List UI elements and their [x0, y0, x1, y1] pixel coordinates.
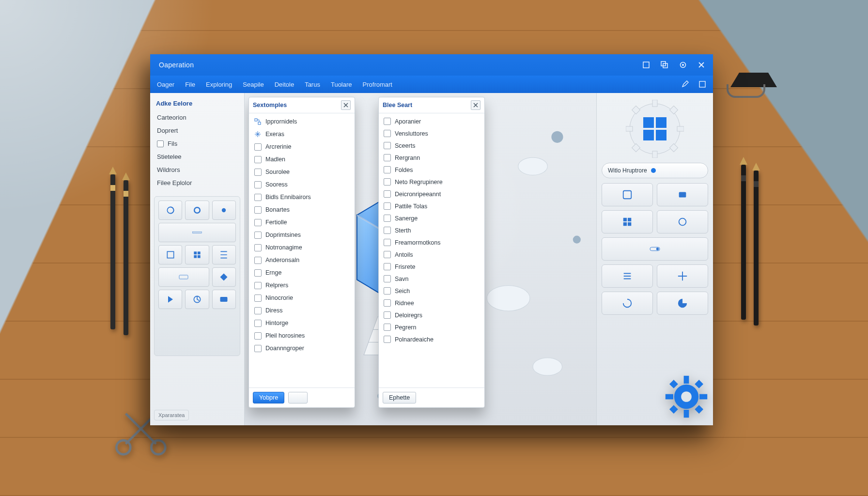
tool-tile[interactable]	[158, 245, 182, 264]
tool-tile[interactable]	[212, 267, 236, 287]
list-item[interactable]: Sterth	[381, 224, 482, 236]
tool-tile[interactable]	[185, 201, 209, 220]
chip-tile[interactable]	[657, 264, 708, 288]
list-item[interactable]: Neto Regrupinere	[381, 176, 482, 188]
titlebar[interactable]: Oaperation	[150, 54, 713, 76]
list-item[interactable]: Doannngroper	[251, 342, 353, 355]
menu-item[interactable]: File	[185, 81, 195, 88]
list-item[interactable]: Seich	[381, 285, 482, 297]
list-item[interactable]: Vensluttores	[381, 127, 482, 140]
sidebar-item[interactable]: Wildrors	[154, 164, 240, 175]
list-item[interactable]: Sooress	[251, 178, 353, 191]
list-item[interactable]: Hintorge	[251, 317, 353, 329]
list-item[interactable]: Pattile Tolas	[381, 200, 482, 212]
list-item[interactable]: Sanerge	[381, 212, 482, 224]
list-item[interactable]: Frisrete	[381, 261, 482, 273]
tool-tile[interactable]	[158, 267, 209, 287]
panel-primary-button[interactable]: Ephette	[383, 392, 416, 403]
menu-item[interactable]: Oager	[157, 81, 174, 88]
tool-tile[interactable]	[212, 290, 236, 309]
checkbox-icon[interactable]	[384, 336, 391, 343]
list-item[interactable]: Notrronagime	[251, 241, 353, 254]
chip-tile[interactable]	[602, 264, 653, 288]
tool-tile[interactable]	[158, 290, 182, 309]
list-item[interactable]: Savn	[381, 273, 482, 285]
list-item[interactable]: Bonartes	[251, 203, 353, 216]
panel-primary-button[interactable]: Yobpre	[253, 392, 284, 403]
chip-tile[interactable]	[657, 183, 708, 206]
edit-icon[interactable]	[681, 80, 689, 88]
checkbox-icon[interactable]	[384, 251, 391, 258]
chip-tile[interactable]	[602, 292, 653, 315]
list-item[interactable]: Arcrerinie	[251, 140, 353, 153]
list-item[interactable]: Foldes	[381, 164, 482, 176]
list-item[interactable]: Doprimtsines	[251, 229, 353, 241]
chip-tile[interactable]	[657, 292, 708, 315]
maximize-icon[interactable]	[660, 60, 669, 70]
checkbox-icon[interactable]	[384, 227, 391, 234]
checkbox-icon[interactable]	[384, 190, 391, 198]
tool-tile[interactable]	[185, 245, 209, 264]
checkbox-icon[interactable]	[384, 299, 391, 307]
tool-tile[interactable]	[212, 245, 236, 264]
checkbox-icon[interactable]	[384, 118, 391, 125]
checkbox-icon[interactable]	[384, 202, 391, 210]
list-item[interactable]: Ipprornidels	[251, 115, 353, 128]
list-item[interactable]: Sceerts	[381, 140, 482, 152]
checkbox-icon[interactable]	[384, 166, 391, 173]
list-item[interactable]: Antoils	[381, 248, 482, 261]
settings-icon[interactable]	[678, 60, 688, 70]
menu-item[interactable]: Deitole	[275, 81, 294, 88]
list-item[interactable]: Sourolee	[251, 166, 353, 178]
list-item[interactable]: Diress	[251, 304, 353, 317]
list-item[interactable]: Deicronripeeannt	[381, 188, 482, 200]
sidebar-item[interactable]: Stietelee	[154, 151, 240, 162]
menu-item[interactable]: Tarus	[305, 81, 320, 88]
checkbox-icon[interactable]	[384, 275, 391, 282]
chip-tile[interactable]	[602, 183, 653, 206]
checkbox-icon[interactable]	[384, 263, 391, 270]
panel-close-button[interactable]	[341, 100, 351, 110]
list-item[interactable]: Deloiregrs	[381, 309, 482, 321]
checkbox-icon[interactable]	[384, 142, 391, 149]
list-item[interactable]: Aporanier	[381, 115, 482, 127]
checkbox-icon[interactable]	[384, 178, 391, 186]
minimize-icon[interactable]	[641, 60, 651, 70]
list-item[interactable]: Pegrern	[381, 321, 482, 333]
list-item[interactable]: Madlen	[251, 153, 353, 166]
checkbox-icon[interactable]	[384, 154, 391, 161]
checkbox-icon[interactable]	[384, 215, 391, 222]
checkbox-icon[interactable]	[384, 287, 391, 294]
tool-tile[interactable]	[158, 201, 182, 220]
list-item[interactable]: Anderonsaln	[251, 254, 353, 266]
tool-tile[interactable]	[185, 290, 209, 309]
menu-item[interactable]: Exploring	[206, 81, 232, 88]
close-icon[interactable]	[697, 60, 706, 70]
chip-tile[interactable]	[602, 237, 708, 261]
list-item[interactable]: Relprers	[251, 279, 353, 292]
checkbox-icon[interactable]	[157, 140, 164, 147]
list-item[interactable]: Polnardeaiche	[381, 333, 482, 345]
sidebar-item[interactable]: Doprert	[154, 125, 240, 136]
checkbox-icon[interactable]	[384, 130, 391, 137]
list-item[interactable]: Pleil horosines	[251, 329, 353, 342]
chip-tile[interactable]	[602, 210, 653, 233]
list-item[interactable]: Ninocrorie	[251, 292, 353, 304]
list-item[interactable]: Freamormotkons	[381, 236, 482, 248]
list-item[interactable]: Ernge	[251, 266, 353, 279]
sidebar-item[interactable]: Filee Eplolor	[154, 177, 240, 188]
checkbox-icon[interactable]	[384, 311, 391, 319]
list-item[interactable]: Bidls Ennibairors	[251, 191, 353, 203]
chip-tile[interactable]	[657, 210, 708, 233]
list-item[interactable]: Fertiolle	[251, 216, 353, 229]
checkbox-icon[interactable]	[384, 239, 391, 246]
menu-item[interactable]: Profromart	[363, 81, 392, 88]
pill-badge[interactable]: Witlo Hruptrore	[602, 163, 708, 178]
sidebar-item[interactable]: Carteorion	[154, 112, 240, 123]
panel-close-button[interactable]	[471, 100, 480, 110]
list-item[interactable]: Ridnee	[381, 297, 482, 309]
list-item[interactable]: Rergrann	[381, 152, 482, 164]
sidebar-item[interactable]: Fils	[154, 138, 240, 149]
checkbox-icon[interactable]	[384, 324, 391, 331]
help-icon[interactable]	[698, 80, 706, 88]
